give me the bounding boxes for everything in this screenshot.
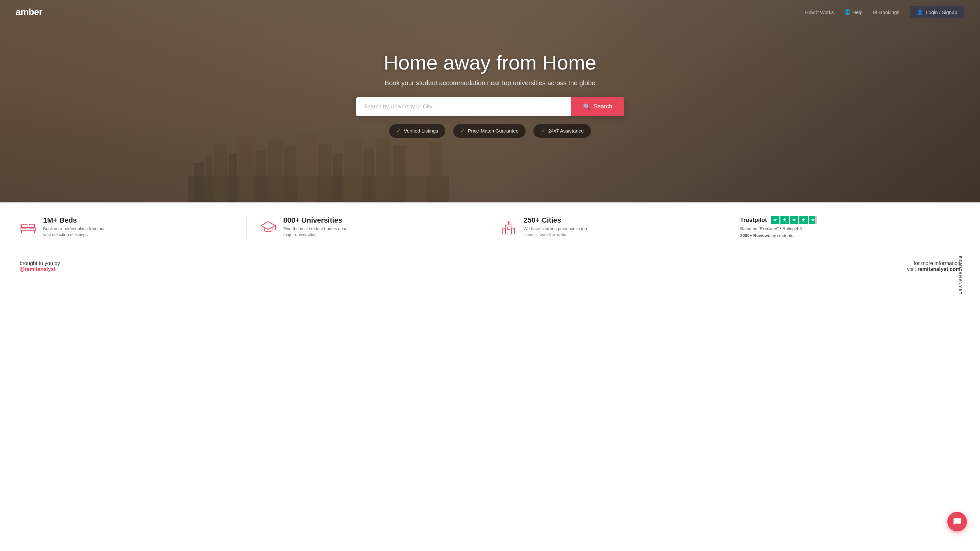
svg-rect-11 bbox=[333, 153, 342, 202]
logo[interactable]: amber bbox=[16, 7, 43, 17]
hero-section: Home away from Home Book your student ac… bbox=[0, 0, 980, 202]
stat-cities-heading: 250+ Cities bbox=[523, 216, 589, 225]
stat-universities-desc: Find the best student homes near major u… bbox=[283, 226, 348, 238]
stat-beds-text: 1M+ Beds Book your perfect place from ou… bbox=[43, 216, 108, 238]
nav-bookings[interactable]: ⊞ Bookings bbox=[873, 9, 899, 15]
svg-rect-4 bbox=[229, 153, 237, 202]
svg-rect-5 bbox=[239, 137, 255, 202]
nav-how-it-works[interactable]: How it Works bbox=[805, 10, 834, 15]
svg-rect-12 bbox=[344, 140, 362, 202]
trustpilot-label: Trustpilot bbox=[740, 217, 767, 224]
star-2: ★ bbox=[780, 216, 789, 224]
city-icon bbox=[500, 218, 517, 235]
footer-right: for more information visit remitanalyst.… bbox=[907, 260, 960, 272]
svg-rect-3 bbox=[214, 144, 227, 202]
login-signup-button[interactable]: 👤 Login / Signup bbox=[910, 6, 964, 18]
search-icon: 🔍 bbox=[583, 103, 590, 110]
stat-universities-heading: 800+ Universities bbox=[283, 216, 348, 225]
bed-icon bbox=[20, 218, 37, 235]
badge-verified: ✓ Verified Listings bbox=[389, 124, 445, 138]
stat-cities-desc: We have a strong presence in top cities … bbox=[523, 226, 589, 238]
footer-domain: visit remitanalyst.com bbox=[907, 266, 960, 272]
search-bar: 🔍 Search bbox=[356, 97, 624, 116]
hero-content: Home away from Home Book your student ac… bbox=[343, 52, 637, 137]
stat-cities: 250+ Cities We have a strong presence in… bbox=[487, 216, 720, 238]
svg-rect-8 bbox=[284, 147, 296, 202]
check-icon-price: ✓ bbox=[460, 127, 465, 135]
star-5: ★ bbox=[809, 216, 817, 224]
trustpilot-description: Rated as "Excellent" • Rating 4.8 bbox=[740, 226, 817, 231]
svg-rect-6 bbox=[256, 150, 266, 202]
trustpilot-stars: ★ ★ ★ ★ ★ bbox=[771, 216, 817, 224]
navbar: amber How it Works 🌐 Help ⊞ Bookings 👤 L… bbox=[0, 0, 980, 24]
trustpilot-widget: Trustpilot ★ ★ ★ ★ ★ Rated as "Excellent… bbox=[740, 216, 817, 238]
svg-point-26 bbox=[275, 229, 276, 230]
svg-rect-16 bbox=[406, 130, 427, 202]
svg-marker-32 bbox=[508, 221, 510, 223]
svg-rect-7 bbox=[268, 140, 283, 202]
hero-subtitle: Book your student accommodation near top… bbox=[350, 79, 630, 87]
svg-marker-24 bbox=[261, 222, 275, 229]
graduation-icon bbox=[260, 218, 277, 235]
stat-beds-heading: 1M+ Beds bbox=[43, 216, 108, 225]
star-1: ★ bbox=[771, 216, 780, 224]
search-input[interactable] bbox=[356, 97, 571, 116]
svg-rect-14 bbox=[375, 137, 391, 202]
svg-rect-30 bbox=[508, 227, 510, 229]
stat-cities-text: 250+ Cities We have a strong presence in… bbox=[523, 216, 589, 238]
nav-help[interactable]: 🌐 Help bbox=[845, 9, 863, 15]
stats-section: 1M+ Beds Book your perfect place from ou… bbox=[0, 202, 980, 251]
side-label: REMITANALYST bbox=[958, 256, 963, 281]
globe-icon: 🌐 bbox=[845, 9, 851, 15]
stat-beds-desc: Book your perfect place from our vast se… bbox=[43, 226, 108, 238]
grid-icon: ⊞ bbox=[873, 9, 877, 15]
star-4: ★ bbox=[799, 216, 808, 224]
badge-price-match: ✓ Price-Match Guarantee bbox=[453, 124, 526, 138]
svg-rect-1 bbox=[194, 163, 204, 202]
hero-title: Home away from Home bbox=[350, 52, 630, 74]
svg-rect-15 bbox=[393, 145, 405, 202]
user-icon: 👤 bbox=[917, 9, 923, 15]
check-icon-verified: ✓ bbox=[396, 127, 401, 135]
stat-universities: 800+ Universities Find the best student … bbox=[246, 216, 480, 238]
svg-rect-13 bbox=[364, 149, 374, 202]
stat-universities-text: 800+ Universities Find the best student … bbox=[283, 216, 348, 238]
star-3: ★ bbox=[790, 216, 799, 224]
check-icon-assistance: ✓ bbox=[541, 127, 546, 135]
hero-badges: ✓ Verified Listings ✓ Price-Match Guaran… bbox=[350, 124, 630, 138]
svg-rect-9 bbox=[297, 134, 317, 202]
stat-beds: 1M+ Beds Book your perfect place from ou… bbox=[20, 216, 240, 238]
svg-rect-17 bbox=[429, 142, 442, 202]
badge-assistance: ✓ 24x7 Assistance bbox=[533, 124, 590, 138]
footer-left: brought to you by @remitanalyst bbox=[20, 260, 60, 272]
trustpilot-reviews: 2000+ Reviews by students bbox=[740, 233, 817, 238]
svg-rect-10 bbox=[318, 144, 332, 202]
svg-rect-2 bbox=[206, 157, 212, 202]
nav-links: How it Works 🌐 Help ⊞ Bookings 👤 Login /… bbox=[805, 6, 964, 18]
search-button[interactable]: 🔍 Search bbox=[571, 97, 624, 116]
stat-trustpilot: Trustpilot ★ ★ ★ ★ ★ Rated as "Excellent… bbox=[727, 216, 960, 238]
trustpilot-header: Trustpilot ★ ★ ★ ★ ★ bbox=[740, 216, 817, 224]
footer-strip: brought to you by @remitanalyst for more… bbox=[0, 251, 980, 281]
